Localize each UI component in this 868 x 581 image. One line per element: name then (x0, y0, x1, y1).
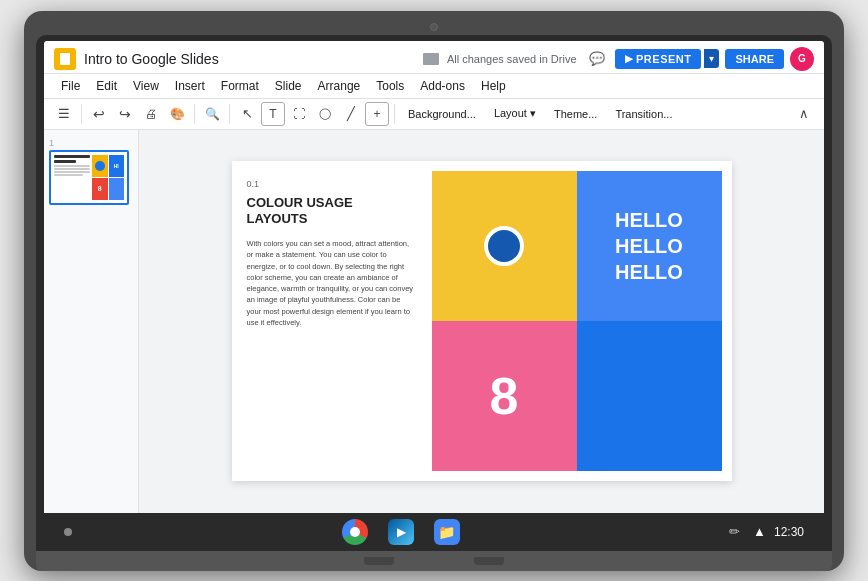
mini-line-3 (54, 171, 90, 173)
slide-slide-num: 0.1 (247, 179, 417, 189)
menu-addons[interactable]: Add-ons (413, 76, 472, 96)
mini-right: HI 8 (92, 155, 124, 200)
android-taskbar: 📁 ✏ ▲ 12:30 (44, 513, 824, 551)
slide-body-text: With colors you can set a mood, attract … (247, 238, 417, 328)
background-btn[interactable]: Background... (400, 105, 484, 123)
separator-2 (194, 104, 195, 124)
separator-3 (229, 104, 230, 124)
menu-format[interactable]: Format (214, 76, 266, 96)
layout-btn[interactable]: Layout ▾ (486, 104, 544, 123)
slide-thumbnail-1[interactable]: 1 (49, 138, 133, 205)
toolbar-undo[interactable]: ↩ (87, 102, 111, 126)
slides-app-icon (54, 48, 76, 70)
separator-4 (394, 104, 395, 124)
present-dropdown[interactable]: ▾ (704, 49, 719, 68)
screen-bezel: Intro to Google Slides All changes saved… (36, 35, 832, 551)
mini-text (54, 165, 90, 176)
menu-slide[interactable]: Slide (268, 76, 309, 96)
folder-icon[interactable] (423, 53, 439, 65)
toolbar-cursor[interactable]: ↖ (235, 102, 259, 126)
comment-icon[interactable]: 💬 (585, 47, 609, 71)
chrome-icon[interactable] (342, 519, 368, 545)
toolbar: ☰ ↩ ↪ 🖨 🎨 🔍 ↖ T ⛶ ◯ ╱ + (44, 99, 824, 130)
mini-color-grid: HI 8 (92, 155, 124, 200)
android-left (64, 528, 72, 536)
laptop-bottom (36, 551, 832, 571)
slide-panel: 1 (44, 130, 139, 513)
toolbar-image[interactable]: ⛶ (287, 102, 311, 126)
mini-line-4 (54, 174, 83, 176)
menu-help[interactable]: Help (474, 76, 513, 96)
toolbar-comment[interactable]: + (365, 102, 389, 126)
share-button[interactable]: SHARE (725, 49, 784, 69)
menu-arrange[interactable]: Arrange (311, 76, 368, 96)
mini-line-2 (54, 168, 90, 170)
title-bar: Intro to Google Slides All changes saved… (44, 41, 824, 74)
slide-content: 0.1 COLOUR USAGE LAYOUTS With colors you… (232, 161, 732, 481)
wifi-icon: ▲ (753, 524, 766, 539)
cell-hello-text: HELLOHELLOHELLO (615, 207, 683, 285)
menu-view[interactable]: View (126, 76, 166, 96)
clock-display: 12:30 (774, 525, 804, 539)
toolbar-menu-btn[interactable]: ☰ (52, 102, 76, 126)
menu-edit[interactable]: Edit (89, 76, 124, 96)
transition-btn[interactable]: Transition... (607, 105, 680, 123)
color-cell-blue: HELLOHELLOHELLO (577, 171, 722, 321)
color-cell-red: 8 (432, 321, 577, 471)
slide-title: COLOUR USAGE LAYOUTS (247, 195, 417, 226)
color-cell-blue2 (577, 321, 722, 471)
laptop-device: Intro to Google Slides All changes saved… (24, 11, 844, 571)
pencil-icon: ✏ (729, 524, 745, 540)
toolbar-paint[interactable]: 🎨 (165, 102, 189, 126)
files-icon[interactable]: 📁 (434, 519, 460, 545)
play-store-icon[interactable] (388, 519, 414, 545)
home-indicator-dot (64, 528, 72, 536)
screen: Intro to Google Slides All changes saved… (44, 41, 824, 551)
slide-color-grid: HELLOHELLOHELLO 8 (432, 171, 722, 471)
toolbar-collapse[interactable]: ∧ (792, 102, 816, 126)
title-bar-actions: 💬 ▶ PRESENT ▾ SHARE G (585, 47, 814, 71)
slide-text-area: 0.1 COLOUR USAGE LAYOUTS With colors you… (232, 161, 432, 481)
toolbar-zoom[interactable]: 🔍 (200, 102, 224, 126)
slides-app: Intro to Google Slides All changes saved… (44, 41, 824, 513)
slide-canvas: 0.1 COLOUR USAGE LAYOUTS With colors you… (232, 161, 732, 481)
app-title: Intro to Google Slides (84, 51, 415, 67)
laptop-foot-right (474, 557, 504, 565)
menu-file[interactable]: File (54, 76, 87, 96)
laptop-foot-left (364, 557, 394, 565)
color-cell-yellow (432, 171, 577, 321)
mini-cell-yellow (92, 155, 108, 177)
menu-bar: File Edit View Insert Format Slide Arran… (44, 74, 824, 99)
mini-cell-blue2 (109, 178, 125, 200)
mini-cell-red: 8 (92, 178, 108, 200)
toolbar-print[interactable]: 🖨 (139, 102, 163, 126)
user-avatar[interactable]: G (790, 47, 814, 71)
toolbar-redo[interactable]: ↪ (113, 102, 137, 126)
menu-tools[interactable]: Tools (369, 76, 411, 96)
toolbar-textbox[interactable]: T (261, 102, 285, 126)
menu-insert[interactable]: Insert (168, 76, 212, 96)
separator-1 (81, 104, 82, 124)
android-center: 📁 (342, 519, 460, 545)
slide-editor[interactable]: 0.1 COLOUR USAGE LAYOUTS With colors you… (139, 130, 824, 513)
mini-circle (95, 161, 105, 171)
mini-title-2 (54, 160, 76, 163)
theme-btn[interactable]: Theme... (546, 105, 605, 123)
present-button[interactable]: ▶ PRESENT (615, 49, 702, 69)
main-content: 1 (44, 130, 824, 513)
saved-status: All changes saved in Drive (447, 53, 577, 65)
android-right: ✏ ▲ 12:30 (729, 524, 804, 540)
cell-circle (484, 226, 524, 266)
toolbar-line[interactable]: ╱ (339, 102, 363, 126)
toolbar-shape[interactable]: ◯ (313, 102, 337, 126)
mini-slide-content: HI 8 (51, 152, 127, 203)
slide-number-1: 1 (49, 138, 133, 148)
slide-thumb-1: HI 8 (49, 150, 129, 205)
mini-cell-blue: HI (109, 155, 125, 177)
mini-left (54, 155, 90, 200)
mini-line-1 (54, 165, 90, 167)
mini-title (54, 155, 90, 158)
cell-number: 8 (490, 366, 519, 426)
webcam (430, 23, 438, 31)
